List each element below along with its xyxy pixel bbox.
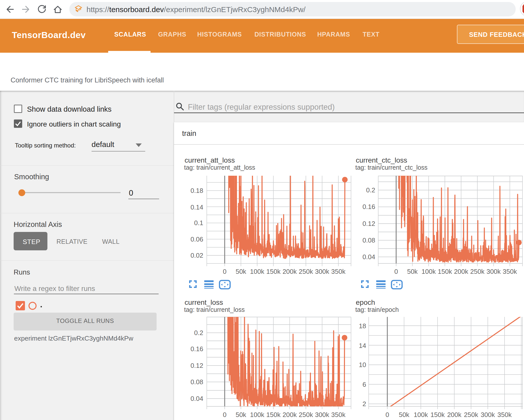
svg-text:350k: 350k — [498, 411, 512, 418]
svg-text:50k: 50k — [236, 268, 246, 275]
svg-text:0.16: 0.16 — [190, 345, 203, 353]
svg-text:200k: 200k — [447, 411, 461, 418]
svg-text:0.12: 0.12 — [362, 220, 375, 227]
svg-text:0: 0 — [386, 411, 389, 418]
svg-text:150k: 150k — [438, 268, 452, 275]
svg-text:0.08: 0.08 — [190, 378, 203, 386]
svg-text:300k: 300k — [315, 411, 329, 418]
svg-text:250k: 250k — [299, 268, 313, 275]
svg-text:0.14: 0.14 — [190, 203, 203, 211]
svg-text:18: 18 — [359, 322, 366, 330]
svg-text:200k: 200k — [282, 268, 297, 275]
svg-text:100k: 100k — [250, 268, 265, 275]
svg-text:0.04: 0.04 — [190, 395, 203, 402]
svg-text:350k: 350k — [503, 268, 517, 275]
svg-text:0.1: 0.1 — [194, 219, 203, 227]
svg-text:10: 10 — [359, 361, 366, 369]
svg-text:250k: 250k — [464, 411, 478, 418]
svg-text:0.12: 0.12 — [190, 362, 203, 369]
svg-text:150k: 150k — [266, 268, 281, 275]
svg-text:0.04: 0.04 — [362, 253, 375, 261]
svg-text:300k: 300k — [486, 268, 501, 275]
svg-text:100k: 100k — [422, 268, 436, 275]
svg-text:0.2: 0.2 — [194, 329, 203, 337]
svg-text:0.08: 0.08 — [362, 236, 375, 244]
svg-text:0.2: 0.2 — [366, 186, 375, 194]
svg-text:200k: 200k — [282, 411, 297, 418]
svg-text:50k: 50k — [236, 411, 246, 418]
svg-text:0.16: 0.16 — [362, 203, 375, 211]
svg-text:250k: 250k — [470, 268, 485, 275]
svg-text:150k: 150k — [266, 411, 281, 418]
svg-text:0: 0 — [394, 268, 398, 275]
svg-text:0.18: 0.18 — [190, 187, 203, 194]
svg-text:6: 6 — [363, 381, 366, 388]
svg-text:0.06: 0.06 — [190, 235, 203, 243]
svg-text:150k: 150k — [430, 411, 445, 418]
svg-text:300k: 300k — [315, 268, 329, 275]
svg-text:200k: 200k — [454, 268, 468, 275]
svg-text:0: 0 — [223, 411, 226, 418]
svg-text:50k: 50k — [407, 268, 418, 275]
svg-text:14: 14 — [359, 342, 366, 349]
svg-text:350k: 350k — [331, 268, 346, 275]
svg-text:2: 2 — [363, 400, 366, 408]
svg-text:0.02: 0.02 — [190, 252, 203, 259]
svg-text:100k: 100k — [250, 411, 265, 418]
svg-text:50k: 50k — [399, 411, 410, 418]
svg-text:100k: 100k — [414, 411, 428, 418]
svg-text:0: 0 — [223, 268, 226, 275]
svg-text:300k: 300k — [481, 411, 495, 418]
svg-text:250k: 250k — [299, 411, 313, 418]
